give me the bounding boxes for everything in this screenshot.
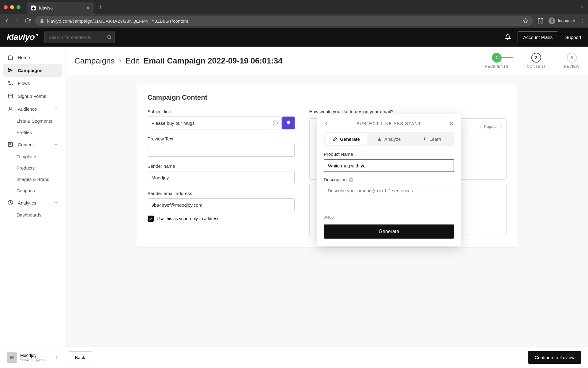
sidebar-item-content[interactable]: Content	[3, 138, 62, 151]
sidebar-item-label: Content	[18, 142, 34, 147]
product-name-input[interactable]	[324, 159, 454, 172]
step-content[interactable]: 2 CONTENT	[527, 53, 546, 69]
browser-tab-bar: ◆ Klaviyo ✕ +	[0, 0, 588, 14]
sidebar-sub-dashboards[interactable]: Dashboards	[3, 209, 62, 220]
chevron-up-icon	[54, 142, 58, 147]
tab-analyze[interactable]: Analyze	[368, 133, 410, 145]
window-minimize-icon[interactable]	[10, 5, 14, 9]
breadcrumb-row: Campaigns › Edit Email Campaign 2022-09-…	[66, 47, 588, 75]
tab-generate[interactable]: Generate	[325, 133, 368, 145]
browser-tab[interactable]: ◆ Klaviyo ✕	[27, 2, 94, 14]
window-close-icon[interactable]	[4, 5, 8, 9]
sidebar-sub-templates[interactable]: Templates	[3, 151, 62, 162]
subject-line-input[interactable]	[148, 117, 282, 129]
tab-close-icon[interactable]: ✕	[86, 6, 90, 10]
account-plans-button[interactable]: Account Plans	[518, 31, 559, 43]
account-switcher[interactable]: M Moodjoy 9ba4e9ef@moo...	[7, 352, 59, 363]
svg-line-6	[110, 38, 111, 39]
sidebar-sub-profiles[interactable]: Profiles	[3, 127, 62, 138]
popover-close-icon[interactable]: ✕	[449, 120, 454, 127]
design-heading: How would you like to design your email?	[309, 109, 507, 114]
svg-marker-0	[523, 19, 528, 23]
reply-to-checkbox-row[interactable]: Use this as your reply-to address	[148, 216, 295, 222]
generate-button[interactable]: Generate	[324, 224, 454, 239]
search-icon[interactable]	[107, 35, 111, 40]
sidebar-sub-images[interactable]: Images & Brand	[3, 174, 62, 185]
step-number: 2	[531, 53, 541, 63]
chevron-up-icon	[54, 201, 58, 205]
sidebar-item-flows[interactable]: Flows	[3, 77, 62, 90]
label-text: Product Name	[324, 151, 353, 157]
tabs-overflow-icon[interactable]	[580, 5, 584, 9]
preview-text-label: Preview Text	[148, 136, 295, 141]
content-icon	[7, 142, 13, 147]
send-icon	[7, 67, 13, 73]
sidebar-item-label: Signup Forms	[18, 94, 46, 99]
tab-learn[interactable]: Learn	[410, 133, 453, 145]
star-icon[interactable]	[523, 18, 528, 24]
new-tab-button[interactable]: +	[99, 4, 103, 11]
support-link[interactable]: Support	[565, 35, 581, 40]
browser-menu-icon[interactable]: ⋮	[580, 18, 584, 23]
popover-title: SUBJECT LINE ASSISTANT	[329, 121, 449, 126]
main-content: Campaigns › Edit Email Campaign 2022-09-…	[66, 47, 588, 347]
step-label: RECIPIENTS	[485, 64, 508, 69]
extensions-icon[interactable]	[537, 18, 544, 24]
bell-icon[interactable]	[505, 34, 511, 40]
svg-point-3	[551, 21, 552, 22]
audience-icon	[7, 106, 13, 112]
popover-back-icon[interactable]	[324, 121, 329, 126]
sidebar-item-campaigns[interactable]: Campaigns	[3, 64, 62, 77]
search-input[interactable]	[48, 35, 107, 40]
checkbox-checked-icon[interactable]	[148, 216, 154, 222]
sidebar-item-signup-forms[interactable]: Signup Forms	[3, 90, 62, 102]
wand-icon	[333, 137, 337, 142]
forward-icon[interactable]	[14, 18, 20, 24]
global-search[interactable]	[44, 31, 115, 43]
svg-rect-2	[541, 19, 543, 23]
subject-assistant-button[interactable]	[282, 117, 295, 129]
sidebar-item-audience[interactable]: Audience	[3, 102, 62, 115]
avatar: M	[7, 352, 17, 363]
step-review[interactable]: 3 REVIEW	[564, 53, 579, 69]
tab-label: Learn	[429, 136, 441, 142]
reload-icon[interactable]	[24, 18, 31, 24]
sidebar-sub-products[interactable]: Products	[3, 162, 62, 174]
lock-icon	[40, 19, 44, 23]
continue-button[interactable]: Continue to Review	[528, 351, 581, 364]
tab-label: Analyze	[384, 136, 401, 142]
breadcrumb-edit: Edit	[126, 56, 139, 66]
traffic-lights	[4, 5, 21, 9]
window-maximize-icon[interactable]	[17, 5, 21, 9]
svg-rect-20	[379, 137, 380, 141]
tab-label: Generate	[340, 136, 360, 142]
back-icon[interactable]	[4, 18, 10, 24]
tab-title: Klaviyo	[39, 6, 53, 10]
breadcrumb-root[interactable]: Campaigns	[74, 56, 115, 66]
sender-email-input[interactable]	[148, 198, 295, 211]
sidebar-item-label: Flows	[18, 81, 30, 86]
sender-name-input[interactable]	[148, 171, 295, 184]
reply-to-label: Use this as your reply-to address	[157, 216, 220, 221]
updown-icon[interactable]	[55, 355, 59, 360]
sidebar-sub-lists[interactable]: Lists & Segments	[3, 115, 62, 127]
step-label: CONTENT	[527, 64, 546, 69]
step-recipients[interactable]: 1 RECIPIENTS	[485, 53, 508, 69]
preview-text-input[interactable]	[148, 144, 295, 157]
sidebar-sub-coupons[interactable]: Coupons	[3, 185, 62, 196]
emoji-icon[interactable]	[273, 120, 278, 126]
sidebar-item-analytics[interactable]: Analytics	[3, 196, 62, 209]
help-icon[interactable]: ?	[349, 177, 353, 182]
sender-email-label: Sender email address	[148, 191, 295, 196]
incognito-badge[interactable]: Incognito	[548, 17, 575, 24]
sidebar-item-label: Home	[18, 55, 30, 60]
url-field[interactable]: klaviyo.com/campaign/01GDAK4A2YG8NQEFMYT…	[35, 16, 533, 26]
url-text: klaviyo.com/campaign/01GDAK4A2YG8NQEFMYT…	[47, 18, 520, 24]
description-textarea[interactable]	[324, 185, 454, 212]
sidebar-item-home[interactable]: Home	[3, 51, 62, 64]
char-count: 0/400	[324, 215, 454, 220]
logo[interactable]: klaviyo	[7, 32, 38, 42]
stepper: 1 RECIPIENTS 2 CONTENT 3 REVIEW	[485, 53, 579, 69]
back-button[interactable]: Back	[68, 351, 92, 363]
breadcrumb-separator-icon: ›	[119, 57, 121, 65]
